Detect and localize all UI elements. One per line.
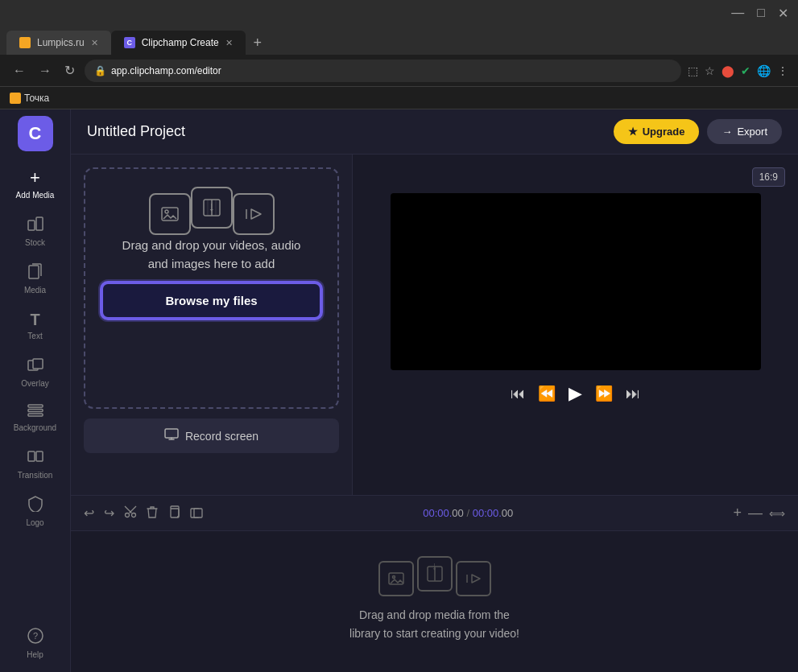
back-button[interactable]: ← <box>10 60 29 81</box>
sidebar-item-label-help: Help <box>27 650 43 659</box>
address-bar: ← → ↻ 🔒 app.clipchamp.com/editor ⬚ ☆ ⬤ ✔… <box>0 55 798 87</box>
sidebar-item-background[interactable]: Background <box>5 398 66 439</box>
tab-clipchamp-close[interactable]: ✕ <box>225 38 233 48</box>
export-arrow-icon: → <box>722 126 732 138</box>
play-button[interactable]: ▶ <box>569 383 582 404</box>
tab-clipchamp[interactable]: C Clipchamp Create ✕ <box>111 31 246 55</box>
tab-lumpics-close[interactable]: ✕ <box>91 38 98 48</box>
browse-files-button[interactable]: Browse my files <box>101 282 321 319</box>
sidebar-item-logo[interactable]: Logo <box>5 489 66 534</box>
aspect-ratio-badge[interactable]: 16:9 <box>752 167 785 187</box>
bookmark-bar: Точка <box>0 87 798 109</box>
delete-button[interactable] <box>147 505 158 522</box>
sidebar-item-overlay[interactable]: Overlay <box>5 350 66 394</box>
lumpics-favicon <box>19 37 31 48</box>
close-button[interactable]: ✕ <box>778 6 788 21</box>
app-container: C + Add Media Stock Media T Text Overla <box>0 109 798 672</box>
svg-rect-8 <box>28 451 35 461</box>
sidebar-item-stock[interactable]: Stock <box>5 209 66 254</box>
bookmark-icon[interactable]: ☆ <box>705 64 715 77</box>
browser-window: — □ ✕ Lumpics.ru ✕ C Clipchamp Create ✕ … <box>0 0 798 109</box>
bookmark-tochka[interactable]: Точка <box>10 93 49 104</box>
fit-button[interactable]: ⟺ <box>769 507 785 520</box>
sidebar-item-text[interactable]: T Text <box>5 304 66 347</box>
redo-button[interactable]: ↪ <box>104 505 114 521</box>
tl-card-right <box>456 561 491 596</box>
tl-card-left <box>378 561 414 596</box>
timeline-zoom-controls: + — ⟺ <box>733 505 785 522</box>
sidebar-item-label-overlay: Overlay <box>21 379 48 388</box>
svg-rect-19 <box>165 429 178 438</box>
extension2-icon[interactable]: ✔ <box>741 64 750 77</box>
tab-lumpics-label: Lumpics.ru <box>37 37 85 48</box>
forward-button[interactable]: → <box>35 60 55 81</box>
timeline-toolbar: ↩ ↪ <box>71 496 798 531</box>
copy-button[interactable] <box>167 505 180 522</box>
drop-zone[interactable]: ↓ Drag and drop your videos, audio and i… <box>84 167 339 409</box>
extension3-icon[interactable]: 🌐 <box>757 64 771 77</box>
record-screen-button[interactable]: Record screen <box>84 418 339 453</box>
media-card-right <box>233 193 275 235</box>
refresh-button[interactable]: ↻ <box>61 60 78 81</box>
editor-area: ↓ Drag and drop your videos, audio and i… <box>71 155 798 672</box>
drop-zone-text: Drag and drop your videos, audio and ima… <box>122 237 301 273</box>
svg-rect-2 <box>29 266 39 278</box>
video-preview <box>391 193 761 370</box>
svg-point-28 <box>392 576 395 579</box>
maximize-button[interactable]: □ <box>757 6 765 20</box>
add-media-icon: + <box>30 167 40 188</box>
sidebar-item-transition[interactable]: Transition <box>5 442 66 486</box>
transition-icon <box>27 448 43 468</box>
editor-top: ↓ Drag and drop your videos, audio and i… <box>71 155 798 495</box>
svg-rect-24 <box>171 509 179 517</box>
screenshot-icon[interactable]: ⬚ <box>688 64 698 77</box>
timeline-empty-message: Drag and drop media from the library to … <box>349 606 519 642</box>
sidebar-item-label-background: Background <box>14 423 56 432</box>
upgrade-label: Upgrade <box>643 126 685 138</box>
svg-point-13 <box>165 210 168 213</box>
media-card-left <box>149 193 191 235</box>
stock-icon <box>27 216 43 236</box>
project-title[interactable]: Untitled Project <box>87 123 185 140</box>
undo-button[interactable]: ↩ <box>84 505 94 521</box>
export-button[interactable]: → Export <box>707 119 782 144</box>
rewind-button[interactable]: ⏪ <box>538 385 556 402</box>
text-icon: T <box>30 311 39 329</box>
sidebar-item-add-media[interactable]: + Add Media <box>5 161 66 206</box>
sidebar-item-label-media: Media <box>24 286 46 295</box>
fast-forward-button[interactable]: ⏩ <box>595 385 613 402</box>
svg-rect-6 <box>28 410 43 412</box>
sidebar-item-help[interactable]: ? Help <box>5 621 66 666</box>
preview-top: 16:9 <box>366 167 785 187</box>
minimize-button[interactable]: — <box>731 6 744 20</box>
sidebar: C + Add Media Stock Media T Text Overla <box>0 109 71 672</box>
svg-rect-1 <box>36 217 43 230</box>
svg-rect-7 <box>28 414 43 416</box>
export-label: Export <box>737 126 767 138</box>
skip-end-button[interactable]: ⏭ <box>626 385 640 402</box>
sidebar-item-media[interactable]: Media <box>5 257 66 301</box>
main-content: Untitled Project ★ Upgrade → Export <box>71 109 798 672</box>
extension1-icon[interactable]: ⬤ <box>722 64 734 77</box>
address-input[interactable]: 🔒 app.clipchamp.com/editor <box>85 60 681 82</box>
zoom-out-button[interactable]: — <box>748 505 763 522</box>
skip-start-button[interactable]: ⏮ <box>511 385 525 402</box>
menu-icon[interactable]: ⋮ <box>777 64 788 77</box>
zoom-in-button[interactable]: + <box>733 505 742 522</box>
record-screen-label: Record screen <box>185 430 258 443</box>
app-logo[interactable]: C <box>18 116 53 151</box>
monitor-icon <box>164 428 179 443</box>
time-total: 00:00.00 <box>473 507 514 519</box>
cut-button[interactable] <box>124 505 137 522</box>
svg-rect-0 <box>28 221 35 230</box>
top-bar-actions: ★ Upgrade → Export <box>614 119 782 144</box>
upgrade-button[interactable]: ★ Upgrade <box>614 119 700 144</box>
tab-lumpics[interactable]: Lumpics.ru ✕ <box>6 31 111 55</box>
media-card-center <box>191 187 233 229</box>
bookmark-label: Точка <box>24 93 49 104</box>
sidebar-item-label-transition: Transition <box>18 471 53 480</box>
svg-line-23 <box>130 506 137 513</box>
paste-button[interactable] <box>190 505 203 522</box>
new-tab-button[interactable]: + <box>246 31 270 55</box>
sidebar-item-label-stock: Stock <box>25 238 45 247</box>
